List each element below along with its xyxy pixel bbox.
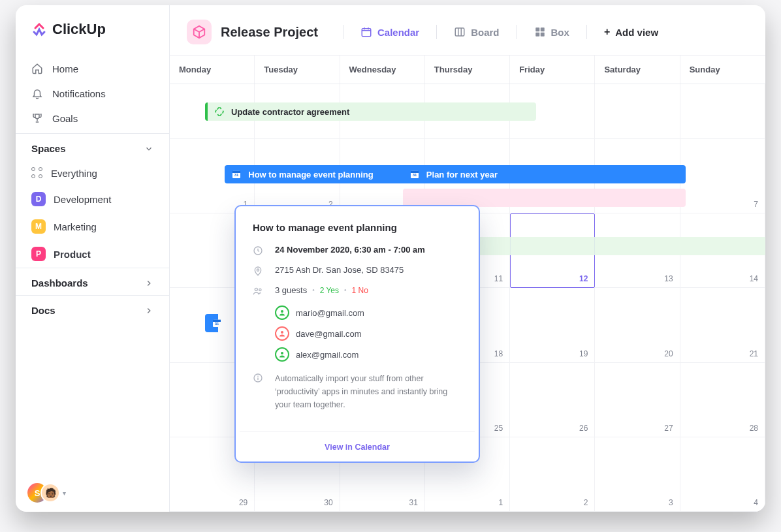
popover-location: 2715 Ash Dr. San Jose, SD 83475	[275, 265, 404, 275]
guest-email: dave@gmail.com	[296, 329, 362, 339]
calendar-event-bar[interactable]: 31Plan for next year	[403, 165, 686, 183]
separator	[343, 25, 343, 39]
day-number: 18	[494, 349, 503, 358]
calendar-cell[interactable]	[680, 84, 765, 139]
calendar-cell[interactable]: 27	[595, 363, 680, 437]
nav-notifications[interactable]: Notifications	[16, 81, 169, 106]
svg-rect-3	[540, 27, 544, 31]
svg-point-17	[255, 288, 257, 290]
calendar-cell[interactable]: 26	[510, 363, 595, 437]
tab-calendar[interactable]: Calendar	[359, 23, 421, 40]
popover-guests-row: 3 guests • 2 Yes • 1 No	[253, 285, 462, 296]
guest-list: mario@gmail.com dave@gmail.com alex@gmai…	[275, 305, 462, 362]
day-header: Saturday	[595, 55, 680, 84]
popover-description-row: Automatically import your stuff from oth…	[253, 372, 462, 411]
guests-no: 1 No	[352, 286, 368, 295]
calendar-cell[interactable]: 7	[680, 139, 765, 213]
day-header: Friday	[510, 55, 595, 84]
calendar-event-bar[interactable]	[403, 189, 686, 207]
calendar-cell[interactable]: 28	[680, 363, 765, 437]
sidebar: ClickUp Home Notifications Goals	[16, 5, 170, 512]
guest-item[interactable]: mario@gmail.com	[275, 305, 462, 320]
tab-label: Calendar	[377, 27, 419, 38]
add-view-button[interactable]: + Add view	[603, 23, 660, 40]
nav-label: Notifications	[52, 88, 106, 99]
day-header: Sunday	[680, 55, 765, 84]
space-badge: P	[31, 247, 46, 261]
day-header: Wednesday	[340, 55, 425, 84]
guest-email: alex@gmail.com	[296, 350, 359, 360]
chevron-right-icon	[144, 279, 153, 288]
nav-dashboards[interactable]: Dashboards	[16, 268, 169, 295]
svg-rect-1	[455, 28, 464, 36]
sidebar-item-marketing[interactable]: M Marketing	[16, 213, 169, 240]
guest-item[interactable]: dave@gmail.com	[275, 326, 462, 341]
brand-name: ClickUp	[52, 21, 106, 38]
calendar-day-headers: Monday Tuesday Wednesday Thursday Friday…	[170, 55, 765, 84]
popover-datetime: 24 November 2020, 6:30 am - 7:00 am	[275, 245, 425, 255]
svg-rect-7	[232, 171, 240, 173]
person-icon	[275, 347, 289, 362]
svg-point-19	[281, 310, 283, 313]
project-title: Release Project	[221, 25, 318, 40]
clickup-logo-icon	[31, 22, 47, 37]
calendar-icon	[360, 26, 372, 38]
nav-docs[interactable]: Docs	[16, 295, 169, 322]
event-title: Plan for next year	[426, 170, 498, 180]
calendar-date-icon: 31	[409, 169, 420, 180]
calendar-cell[interactable]: 3	[595, 437, 680, 512]
popover-title: How to manage event planning	[253, 222, 462, 233]
separator	[517, 25, 517, 39]
guest-email: mario@gmail.com	[296, 308, 364, 318]
calendar-cell[interactable]: 20	[595, 288, 680, 362]
calendar-cell[interactable]: 2	[510, 437, 595, 512]
day-number: 12	[579, 274, 588, 283]
clock-icon	[253, 245, 264, 256]
calendar-cell[interactable]: 21	[680, 288, 765, 362]
popover-footer: View in Calendar	[240, 431, 475, 462]
recycle-icon	[214, 106, 225, 117]
day-number: 1	[498, 498, 503, 507]
guests-summary: 3 guests	[275, 285, 307, 295]
separator	[586, 25, 587, 39]
calendar-cell[interactable]: 4	[680, 437, 765, 512]
day-number: 2	[584, 498, 588, 507]
sidebar-item-development[interactable]: D Development	[16, 185, 169, 213]
calendar-cell[interactable]	[595, 84, 680, 139]
svg-point-20	[281, 331, 283, 334]
sidebar-item-everything[interactable]: Everything	[16, 161, 169, 185]
day-number: 30	[324, 498, 332, 507]
caret-down-icon: ▾	[63, 490, 66, 497]
tab-box[interactable]: Box	[533, 23, 571, 40]
nav-home[interactable]: Home	[16, 56, 169, 81]
day-number: 31	[409, 498, 417, 507]
guest-item[interactable]: alex@gmail.com	[275, 347, 462, 362]
day-number: 27	[664, 424, 673, 433]
day-number: 3	[669, 498, 673, 507]
nav-label: Docs	[31, 305, 56, 316]
spaces-header-label: Spaces	[31, 143, 66, 154]
brand-logo[interactable]: ClickUp	[16, 21, 169, 54]
nav-goals[interactable]: Goals	[16, 106, 169, 131]
calendar-date-icon: 31	[231, 169, 242, 180]
sidebar-item-product[interactable]: P Product	[16, 240, 169, 268]
tab-board[interactable]: Board	[453, 23, 500, 40]
spaces-header[interactable]: Spaces	[16, 133, 169, 161]
calendar-event-bar[interactable]: 31	[205, 314, 218, 332]
calendar-event-bar[interactable]: Update contractor agreement	[205, 102, 536, 121]
secondary-nav: Dashboards Docs	[16, 268, 169, 322]
calendar-cell[interactable]: 19	[510, 288, 595, 362]
svg-point-21	[281, 352, 283, 354]
svg-rect-5	[540, 33, 544, 37]
project-cube-icon	[187, 20, 212, 44]
grid-dots-icon	[31, 167, 43, 179]
day-number: 11	[494, 274, 503, 283]
event-title: Update contractor agreement	[231, 107, 349, 117]
primary-nav: Home Notifications Goals	[16, 54, 169, 133]
nav-label: Goals	[52, 113, 78, 124]
view-in-calendar-link[interactable]: View in Calendar	[325, 443, 390, 452]
day-number: 28	[750, 424, 758, 433]
day-header: Thursday	[425, 55, 510, 84]
profile-switcher[interactable]: S 🧑🏾 ▾	[16, 474, 169, 512]
separator	[436, 25, 437, 39]
